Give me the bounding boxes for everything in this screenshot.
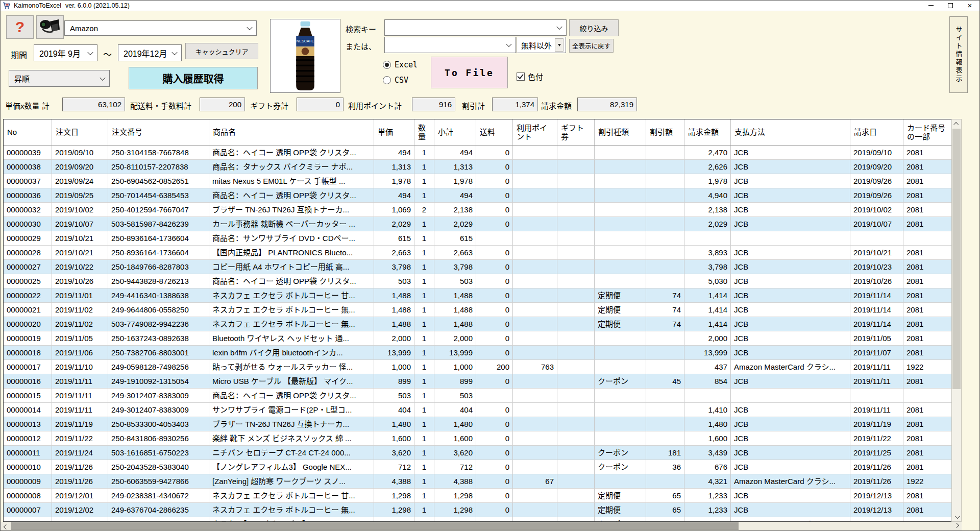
table-row[interactable]: 000000272019/10/22250-1849766-8287803コピー… [4, 260, 951, 274]
table-cell: 0 [476, 431, 513, 446]
table-row[interactable]: 000000202019/11/02503-7749082-9942236ネスカ… [4, 317, 951, 331]
table-cell: 1922 [903, 474, 951, 489]
table-row[interactable]: 000000282019/10/21250-8936164-1736604【国内… [4, 246, 951, 260]
table-cell [557, 389, 595, 403]
table-row[interactable]: 000000102019/11/26250-2043528-5383040【ノン… [4, 460, 951, 474]
show-all-button[interactable]: 全表示に戻す [569, 39, 614, 53]
close-button[interactable]: × [960, 0, 979, 11]
header-cell[interactable]: 支払方法 [731, 119, 850, 145]
sort-order-select[interactable]: 昇順 [9, 70, 110, 87]
table-cell [557, 174, 595, 188]
table-row[interactable]: 000000172019/11/10249-0598128-7498256貼って… [4, 360, 951, 374]
table-row[interactable]: 000000062019/12/03503-0433334-0448350商品名… [4, 517, 951, 522]
header-cell[interactable]: 注文日 [52, 119, 108, 145]
radio-csv[interactable]: CSV [383, 76, 408, 85]
period-from-select[interactable]: 2019年 9月 [34, 44, 97, 61]
or-search-input[interactable] [384, 37, 516, 53]
vertical-scroll-thumb[interactable] [952, 129, 961, 389]
table-row[interactable]: 000000142019/11/11249-3012407-8383009サンワ… [4, 403, 951, 417]
table-row[interactable]: 000000392019/09/10250-3104158-7667848商品名… [4, 146, 951, 160]
table-row[interactable]: 000000292019/10/21250-8936164-1736604商品名… [4, 231, 951, 246]
table-row[interactable]: 000000382019/09/20250-8110157-2207838商品名… [4, 160, 951, 174]
table-cell [731, 389, 850, 403]
table-cell: 00000020 [4, 317, 52, 331]
cache-clear-button[interactable]: キャッシュクリア [185, 43, 258, 59]
product-image: NESCAFE [270, 19, 340, 93]
header-cell[interactable]: 小計 [434, 119, 476, 145]
table-cell: 2019/11/14 [850, 303, 903, 317]
header-cell[interactable]: 商品名 [209, 119, 374, 145]
horizontal-scroll-thumb[interactable] [11, 522, 739, 530]
table-row[interactable]: 000000082019/12/01249-0238381-4340672ネスカ… [4, 489, 951, 503]
table-row[interactable]: 000000162019/11/11249-1910092-1315054Mic… [4, 374, 951, 389]
chevron-left-icon [3, 524, 8, 529]
video-camera-icon [39, 18, 61, 37]
horizontal-scrollbar[interactable] [1, 522, 962, 530]
restore-button[interactable] [941, 0, 960, 11]
table-row[interactable]: 000000302019/10/07503-5815987-8426239カール… [4, 217, 951, 231]
video-camera-button[interactable] [36, 15, 64, 39]
or-label: または、 [346, 41, 376, 52]
table-cell: 1 [414, 146, 434, 160]
table-cell: 0 [476, 446, 513, 460]
dropdown-arrow-button[interactable] [555, 38, 564, 52]
minimize-button[interactable] [921, 0, 941, 11]
header-cell[interactable]: No [4, 119, 52, 145]
table-cell: 712 [374, 460, 414, 474]
table-row[interactable]: 000000112019/11/24503-1616851-6750223ニチバ… [4, 446, 951, 460]
table-row[interactable]: 000000152019/11/11249-3012407-8383009商品名… [4, 389, 951, 403]
scroll-left-button[interactable] [1, 522, 10, 530]
header-cell[interactable]: 送料 [476, 119, 513, 145]
header-cell[interactable]: 割引額 [646, 119, 684, 145]
header-cell[interactable]: ギフト券 [557, 119, 595, 145]
table-cell: ブラザー TN-26J TN26J 互換トナーカ... [209, 203, 374, 217]
table-row[interactable]: 000000252019/10/26250-9443828-8726213商品名… [4, 274, 951, 288]
header-cell[interactable]: 利用ポイント [513, 119, 557, 145]
table-cell [646, 160, 684, 174]
table-row[interactable]: 000000132019/11/19250-8533300-4053403ブラザ… [4, 417, 951, 431]
table-cell: 00000018 [4, 346, 52, 360]
table-row[interactable]: 000000222019/11/01249-4416340-1388638ネスカ… [4, 288, 951, 303]
header-cell[interactable]: 数量 [414, 119, 434, 145]
filter-button[interactable]: 絞り込み [569, 19, 619, 36]
table-row[interactable]: 000000122019/11/22250-8431806-8930256楽絆 … [4, 431, 951, 446]
table-row[interactable]: 000000362019/09/25250-7014454-6385453商品名… [4, 188, 951, 203]
site-info-button[interactable]: サイト情報表示 [949, 16, 968, 93]
header-cell[interactable]: 請求金額 [684, 119, 731, 145]
table-cell: 2081 [903, 403, 951, 417]
to-file-button[interactable]: To File [431, 57, 508, 88]
table-row[interactable]: 000000322019/10/02250-4012594-7667047ブラザ… [4, 203, 951, 217]
colored-checkbox[interactable]: 色付 [517, 71, 543, 82]
table-row[interactable]: 000000182019/11/06250-7382706-8803001lex… [4, 346, 951, 360]
scroll-right-button[interactable] [952, 522, 962, 530]
vertical-scrollbar[interactable] [951, 119, 962, 522]
header-cell[interactable]: 注文番号 [108, 119, 209, 145]
site-select[interactable]: Amazon [64, 20, 257, 36]
search-key-input[interactable] [384, 19, 567, 36]
table-cell: 1922 [903, 360, 951, 374]
table-cell: 763 [513, 360, 557, 374]
scroll-down-button[interactable] [952, 513, 961, 521]
help-button[interactable]: ? [6, 15, 34, 39]
table-row[interactable]: 000000372019/09/24250-6904562-0852651mit… [4, 174, 951, 188]
table-row[interactable]: 000000092019/11/26250-6063559-9427866[Za… [4, 474, 951, 489]
table-row[interactable]: 000000072019/12/02249-6376704-2866235ネスカ… [4, 503, 951, 517]
table-row[interactable]: 000000192019/11/05250-1637243-0892638Blu… [4, 331, 951, 346]
scroll-up-button[interactable] [952, 119, 961, 128]
table-cell: 249-0598128-7498256 [108, 360, 209, 374]
table-cell [646, 146, 684, 160]
fetch-history-button[interactable]: 購入履歴取得 [129, 67, 258, 89]
header-cell[interactable]: 割引種類 [595, 119, 646, 145]
table-cell: 2,626 [684, 160, 731, 174]
header-cell[interactable]: 単価 [374, 119, 414, 145]
header-cell[interactable]: カード番号の一部 [903, 119, 951, 145]
free-filter-select[interactable]: 無料以外 [517, 37, 566, 53]
table-cell: 1 [414, 489, 434, 503]
period-to-select[interactable]: 2019年12月 [118, 44, 182, 61]
summary-value: 0 [297, 98, 344, 111]
table-row[interactable]: 000000212019/11/02249-9644806-0558250ネスカ… [4, 303, 951, 317]
radio-excel-label: Excel [395, 60, 418, 69]
radio-excel[interactable]: Excel [383, 60, 418, 69]
table-cell: 3,798 [684, 260, 731, 274]
header-cell[interactable]: 請求日 [850, 119, 903, 145]
